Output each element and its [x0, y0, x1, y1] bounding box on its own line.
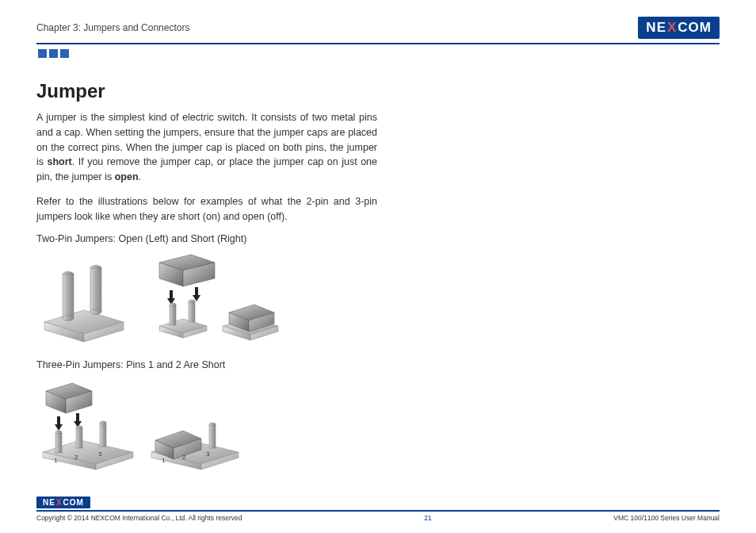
svg-point-40 — [100, 421, 106, 424]
illustration-caption-2: Three-Pin Jumpers: Pins 1 and 2 Are Shor… — [36, 359, 377, 370]
footer-brand-post: COM — [63, 498, 84, 507]
svg-marker-13 — [193, 287, 200, 301]
svg-rect-39 — [100, 423, 106, 447]
body-paragraph-1: A jumper is the simplest kind of electri… — [36, 110, 377, 185]
two-pin-cap-placing-icon — [159, 255, 215, 338]
footer-brand-x-icon: X — [56, 498, 63, 507]
svg-marker-31 — [74, 413, 82, 428]
svg-text:1: 1 — [54, 457, 58, 464]
footer-brand-logo: NEXCOM — [36, 497, 90, 508]
decorative-squares-icon — [38, 49, 720, 58]
page-title: Jumper — [36, 80, 377, 102]
header-rule — [36, 43, 720, 44]
chapter-title: Chapter 3: Jumpers and Connectors — [36, 22, 189, 33]
svg-point-51 — [209, 423, 216, 426]
svg-rect-4 — [63, 274, 74, 318]
page-number: 21 — [424, 514, 431, 522]
body-paragraph-2: Refer to the illustrations below for exa… — [36, 194, 377, 224]
two-pin-short-icon — [223, 305, 278, 340]
svg-point-36 — [55, 431, 62, 434]
para1-bold-open: open — [115, 171, 139, 182]
brand-x-icon: X — [667, 20, 677, 36]
svg-point-18 — [170, 303, 176, 306]
svg-point-5 — [63, 316, 74, 321]
three-pin-short-icon: 1 2 3 — [151, 423, 239, 470]
brand-post: COM — [678, 20, 712, 36]
svg-marker-12 — [167, 290, 175, 305]
svg-text:3: 3 — [98, 451, 102, 458]
two-pin-open-icon — [44, 266, 124, 343]
para1-bold-short: short — [48, 156, 72, 167]
svg-text:1: 1 — [162, 457, 166, 464]
svg-point-20 — [189, 300, 195, 303]
svg-rect-35 — [55, 432, 62, 453]
two-pin-illustration — [36, 251, 377, 345]
brand-logo: NEXCOM — [638, 17, 720, 39]
svg-marker-30 — [55, 416, 63, 431]
three-pin-cap-placing-icon: 1 2 3 — [43, 383, 133, 470]
illustration-caption-1: Two-Pin Jumpers: Open (Left) and Short (… — [36, 233, 377, 244]
svg-rect-17 — [170, 305, 176, 325]
brand-pre: NE — [646, 20, 666, 36]
svg-rect-37 — [76, 428, 82, 448]
svg-rect-19 — [189, 301, 195, 322]
para1-post: . — [139, 171, 141, 182]
footer-rule — [36, 510, 720, 512]
three-pin-illustration: 1 2 3 1 2 3 — [36, 377, 377, 475]
svg-text:2: 2 — [74, 454, 78, 461]
svg-rect-50 — [209, 424, 216, 448]
svg-rect-7 — [90, 268, 101, 312]
svg-point-8 — [90, 309, 101, 315]
copyright-text: Copyright © 2014 NEXCOM International Co… — [36, 514, 242, 522]
svg-point-38 — [76, 426, 82, 429]
para1-mid: . If you remove the jumper cap, or place… — [36, 156, 377, 182]
svg-text:3: 3 — [206, 451, 210, 458]
svg-text:2: 2 — [182, 454, 186, 461]
footer-brand-pre: NE — [43, 498, 55, 507]
document-name: VMC 100/1100 Series User Manual — [613, 514, 720, 522]
